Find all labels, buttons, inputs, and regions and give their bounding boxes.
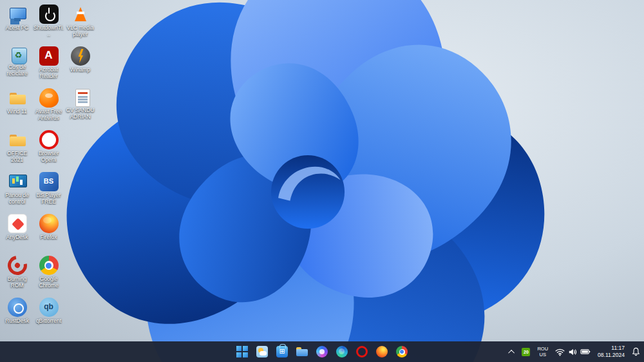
icon-label: Avast Free Antivirus <box>33 109 64 121</box>
widgets-weather-icon <box>256 346 268 357</box>
green-badge-icon: 20 <box>522 348 530 356</box>
firefox-icon <box>39 214 59 233</box>
icon-label: Acrobat Reader <box>33 67 64 79</box>
edge-icon <box>336 346 348 357</box>
taskbar: 20 ROU US <box>0 341 644 362</box>
icon-label: Winamp <box>70 67 90 73</box>
desktop-icon-winamp[interactable]: Winamp <box>64 44 96 86</box>
icon-label: OFFICE 2021 <box>1 151 33 163</box>
desktop-icon-qbittorrent[interactable]: qBittorrent <box>33 296 64 338</box>
desktop-icon-anydesk[interactable]: AnyDesk <box>1 212 33 254</box>
desktop-icon-office-2021[interactable]: OFFICE 2021 <box>1 128 33 170</box>
icon-label: CV SANDU ADRIAN <box>64 108 96 120</box>
icon-label: BS.Player FREE <box>33 193 64 205</box>
desktop-icon-this-pc[interactable]: Acest PC <box>1 3 33 44</box>
control-panel-icon <box>8 172 27 191</box>
acrobat-reader-icon <box>39 46 59 66</box>
opera-icon <box>39 130 59 149</box>
desktop-icon-control-panel[interactable]: Panou de control <box>1 170 33 212</box>
tray-app-green[interactable]: 20 <box>520 343 531 360</box>
winamp-icon <box>71 46 90 66</box>
document-icon <box>75 89 90 107</box>
microsoft-store-button[interactable] <box>274 343 290 360</box>
icon-label: Browser Opera <box>33 151 64 163</box>
microsoft-store-icon <box>276 346 288 357</box>
icon-label: Acest PC <box>6 25 28 32</box>
icon-label: Wind 11 <box>7 109 27 115</box>
desktop-icon-opera[interactable]: Browser Opera <box>33 128 64 170</box>
this-pc-icon <box>8 5 27 24</box>
file-explorer-icon <box>296 346 308 357</box>
desktop-icon-vlc[interactable]: VLC media player <box>64 3 96 44</box>
chevron-up-icon <box>509 349 515 356</box>
desktop-icon-rustdesk[interactable]: RustDesk <box>1 296 33 338</box>
icon-label: Burning ROM <box>1 276 33 289</box>
desktop-icon-chrome[interactable]: Google Chrome <box>33 254 64 296</box>
file-explorer-button[interactable] <box>294 343 310 360</box>
vlc-icon <box>71 5 90 24</box>
taskbar-clock[interactable]: 11:17 08.11.2024 <box>596 343 626 360</box>
windows-desktop: { "theme": { "taskbar_color": "#1d2435",… <box>0 0 644 362</box>
folder-icon <box>8 130 27 149</box>
chrome-button[interactable] <box>393 343 410 360</box>
icon-label: VLC media player <box>64 25 96 37</box>
battery-icon <box>580 348 591 356</box>
opera-icon <box>356 346 368 357</box>
notification-bell-icon <box>632 347 640 356</box>
anydesk-icon <box>8 214 27 233</box>
copilot-button[interactable] <box>314 343 330 360</box>
icon-label: Coș de reciclare <box>1 64 33 77</box>
wifi-icon <box>555 348 565 356</box>
desktop-icon-firefox[interactable]: Firefox <box>33 212 64 254</box>
windows-logo-icon <box>236 346 248 357</box>
nero-burning-rom-icon <box>4 252 31 279</box>
language-line1: ROU <box>537 346 548 352</box>
copilot-icon <box>316 346 328 357</box>
rustdesk-icon <box>8 298 27 317</box>
language-indicator[interactable]: ROU US <box>536 343 549 360</box>
chrome-icon <box>396 346 408 357</box>
start-button[interactable] <box>234 343 251 360</box>
system-tray: 20 ROU US <box>509 341 641 362</box>
icon-label: RustDesk <box>5 318 29 325</box>
desktop-icon-shutdown-timer[interactable]: ShutdownTi... <box>33 3 64 44</box>
icon-label: Firefox <box>41 234 57 241</box>
firefox-button[interactable] <box>374 343 390 360</box>
qbittorrent-icon <box>39 298 59 317</box>
desktop-icon-burning-rom[interactable]: Burning ROM <box>1 254 33 296</box>
desktop-icon-cv-document[interactable]: CV SANDU ADRIAN <box>64 86 96 128</box>
icon-label: Google Chrome <box>33 276 64 289</box>
desktop-icon-acrobat-reader[interactable]: Acrobat Reader <box>33 44 64 86</box>
chrome-icon <box>39 256 59 275</box>
desktop-icon-recycle-bin[interactable]: Coș de reciclare <box>1 44 33 86</box>
folder-icon <box>8 88 27 108</box>
clock-date: 08.11.2024 <box>598 352 625 359</box>
clock-time: 11:17 <box>598 345 625 352</box>
shutdown-timer-icon <box>39 5 59 24</box>
hidden-icons-chevron[interactable] <box>509 343 516 360</box>
volume-icon <box>568 348 577 356</box>
language-line2: US <box>537 352 548 357</box>
widgets-button[interactable] <box>254 343 270 360</box>
firefox-icon <box>376 346 388 357</box>
icon-label: Panou de control <box>1 193 33 205</box>
opera-button[interactable] <box>354 343 370 360</box>
desktop-icon-wind11[interactable]: Wind 11 <box>1 86 33 128</box>
edge-button[interactable] <box>334 343 350 360</box>
desktop-icon-avast[interactable]: Avast Free Antivirus <box>33 86 64 128</box>
network-volume-battery-button[interactable] <box>554 343 592 360</box>
desktop-icon-grid: Acest PC Coș de reciclare Wind 11 OFFICE… <box>1 3 104 340</box>
avast-icon <box>39 88 59 108</box>
bsplayer-icon <box>39 172 59 191</box>
icon-label: ShutdownTi... <box>33 25 64 37</box>
desktop-icon-bsplayer[interactable]: BS.Player FREE <box>33 170 64 212</box>
icon-label: qBittorrent <box>36 318 61 325</box>
icon-label: AnyDesk <box>6 234 28 241</box>
notification-center-button[interactable] <box>630 343 641 360</box>
recycle-bin-icon <box>12 48 27 64</box>
